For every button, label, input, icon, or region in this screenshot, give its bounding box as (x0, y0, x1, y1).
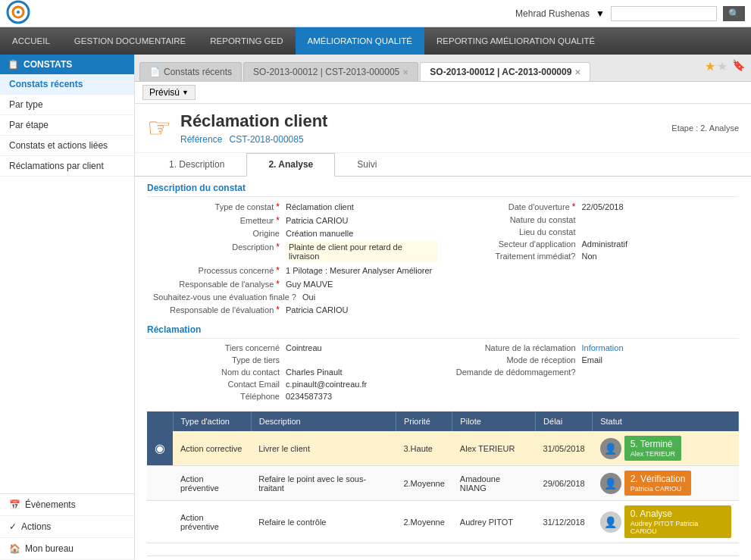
tab-so-ac[interactable]: SO-2013-00012 | AC-2013-000009 ✕ (420, 62, 590, 81)
sidebar-item-reclamations-client[interactable]: Réclamations par client (0, 156, 134, 177)
tab-constats-recents[interactable]: 📄 Constats récents (139, 62, 242, 81)
sub-tabs: 1. Description 2. Analyse Suivi (135, 153, 751, 177)
previsu-chevron-icon: ▼ (182, 89, 189, 96)
app-logo (6, 0, 30, 24)
tabs-row: 📄 Constats récents SO-2013-00012 | CST-2… (135, 55, 751, 82)
tab-icon: 📄 (149, 67, 161, 77)
cell-description-3: Refaire le contrôle (251, 501, 396, 543)
sub-tab-description[interactable]: 1. Description (147, 153, 246, 176)
table-row[interactable]: Action préventive Refaire le contrôle 2.… (147, 501, 739, 543)
svg-point-2 (17, 11, 20, 14)
field-nom-contact: Nom du contact Charles Pinault (153, 368, 437, 377)
sidebar-item-constats-actions[interactable]: Constats et actions liées (0, 136, 134, 156)
value-traitement: Non (582, 252, 597, 261)
page-etape: Etape : 2. Analyse (671, 124, 739, 133)
field-mode-reception: Mode de réception Email (449, 355, 734, 364)
tab-so-cst[interactable]: SO-2013-00012 | CST-2013-000005 ✕ (243, 62, 418, 81)
field-evaluation: Souhaitez-vous une évaluation finale ? O… (153, 293, 437, 302)
status-badge-1: 5. Terminé Alex TERIEUR (624, 436, 681, 461)
sidebar-section-icon: 📋 (8, 59, 19, 70)
nav-accueil[interactable]: ACCUEIL (0, 27, 62, 55)
cell-priorite-3: 2.Moyenne (396, 501, 452, 543)
search-input[interactable] (611, 6, 717, 21)
user-chevron-icon[interactable]: ▼ (596, 8, 605, 19)
section-reclamation-title: Réclamation (147, 318, 739, 339)
search-button[interactable]: 🔍 (723, 6, 745, 21)
nav-reporting-amelioration[interactable]: REPORTING AMÉLIORATION QUALITÉ (424, 27, 607, 55)
reclamation-col-right: Nature de la réclamation Information Mod… (443, 343, 740, 404)
sidebar-item-par-etape[interactable]: Par étape (0, 115, 134, 136)
section-description-title: Description du constat (147, 177, 739, 197)
field-traitement: Traitement immédiat? Non (449, 252, 734, 261)
nav-reporting-ged[interactable]: REPORTING GED (198, 27, 295, 55)
reference-value: CST-2018-000085 (230, 134, 304, 145)
reference-label: Référence (180, 134, 222, 145)
field-email: Contact Email c.pinault@cointreau.fr (153, 380, 437, 389)
value-nom-contact: Charles Pinault (286, 368, 343, 377)
sidebar-bottom-evenements[interactable]: 📅 Évènements (0, 494, 134, 516)
sidebar-bottom-mon-bureau[interactable]: 🏠 Mon bureau (0, 538, 134, 560)
sidebar-item-constats-recents[interactable]: Constats récents (0, 74, 134, 95)
avatar-2: 👤 (600, 473, 621, 494)
nav-amelioration-qualite[interactable]: AMÉLIORATION QUALITÉ (296, 27, 424, 55)
sidebar-section-constats: 📋 CONSTATS (0, 55, 134, 74)
value-evaluation: Oui (302, 293, 315, 302)
table-row[interactable]: ◉ Action corrective Livrer le client 3.H… (147, 431, 739, 466)
value-description: Plainte de client pour retard de livrais… (286, 241, 437, 262)
page-footer: Créé le 29/08/2013 par Mehrad Rushenas M… (147, 555, 739, 560)
evenements-icon: 📅 (9, 499, 20, 510)
value-date-ouverture: 22/05/2018 (582, 202, 624, 211)
cell-pilote-3: Audrey PITOT (452, 501, 536, 543)
value-mode-reception: Email (582, 355, 603, 364)
star-empty-icon[interactable]: ★ (717, 59, 728, 74)
reclamation-form: Tiers concerné Cointreau Type de tiers N… (147, 343, 739, 404)
col-pilote: Pilote (452, 411, 536, 431)
star-filled-icon[interactable]: ★ (705, 59, 715, 74)
cell-pilote-2: Amadoune NIANG (452, 466, 536, 501)
page-title-area: Réclamation client Référence CST-2018-00… (180, 111, 327, 145)
row-indicator: ◉ (147, 431, 173, 466)
avatar-3: 👤 (600, 512, 621, 533)
nav-gestion-documentaire[interactable]: GESTION DOCUMENTAIRE (62, 27, 198, 55)
cell-statut-3: 👤 0. Analyse Audrey PITOT Patricia CARIO… (593, 501, 739, 543)
field-nature-constat: Nature du constat (449, 215, 734, 224)
value-telephone: 0234587373 (286, 392, 332, 401)
field-tiers: Tiers concerné Cointreau (153, 343, 437, 352)
field-date-ouverture: Date d'ouverture * 22/05/2018 (449, 202, 734, 212)
field-type-tiers: Type de tiers (153, 355, 437, 364)
col-description: Description (251, 411, 396, 431)
sidebar-item-par-type[interactable]: Par type (0, 95, 134, 115)
tab-close-cst[interactable]: ✕ (402, 68, 408, 77)
user-name: Mehrad Rushenas (515, 8, 590, 19)
tab-close-ac[interactable]: ✕ (574, 68, 580, 77)
col-priorite: Priorité (396, 411, 452, 431)
sub-tab-suivi[interactable]: Suivi (335, 153, 399, 176)
status-badge-2: 2. Vérification Patricia CARIOU (624, 471, 692, 496)
field-processus: Processus concerné * 1 Pilotage : Mesure… (153, 265, 437, 276)
cell-delai-2: 29/06/2018 (536, 466, 593, 501)
col-statut: Statut (593, 411, 739, 431)
sub-tab-analyse[interactable]: 2. Analyse (246, 153, 335, 177)
cell-description-1: Livrer le client (251, 431, 396, 466)
hand-icon: ☞ (147, 112, 171, 144)
cell-delai-3: 31/12/2018 (536, 501, 593, 543)
sidebar-bottom-actions[interactable]: ✓ Actions (0, 516, 134, 538)
cell-type-action-2: Action préventive (173, 466, 251, 501)
value-responsable-analyse: Guy MAUVE (286, 280, 333, 289)
value-email: c.pinault@cointreau.fr (286, 380, 367, 389)
actions-icon: ✓ (9, 521, 17, 532)
description-form: Type de constat * Réclamation client Eme… (147, 202, 739, 318)
tab-stars: ★ ★ 🔖 (705, 59, 745, 74)
field-secteur: Secteur d'application Administratif (449, 239, 734, 249)
cell-priorite-2: 2.Moyenne (396, 466, 452, 501)
cell-delai-1: 31/05/2018 (536, 431, 593, 466)
value-emetteur: Patricia CARIOU (286, 216, 349, 225)
previsu-button[interactable]: Prévisú ▼ (142, 85, 196, 100)
sidebar: 📋 CONSTATS Constats récents Par type Par… (0, 55, 135, 560)
avatar-1: 👤 (600, 438, 621, 459)
actions-table: Type d'action Description Priorité Pilot… (147, 411, 739, 543)
form-col-right: Date d'ouverture * 22/05/2018 Nature du … (443, 202, 740, 318)
bookmark-icon: 🔖 (732, 59, 745, 74)
table-row[interactable]: Action préventive Refaire le point avec … (147, 466, 739, 501)
section-content: Description du constat Type de constat *… (135, 177, 751, 560)
